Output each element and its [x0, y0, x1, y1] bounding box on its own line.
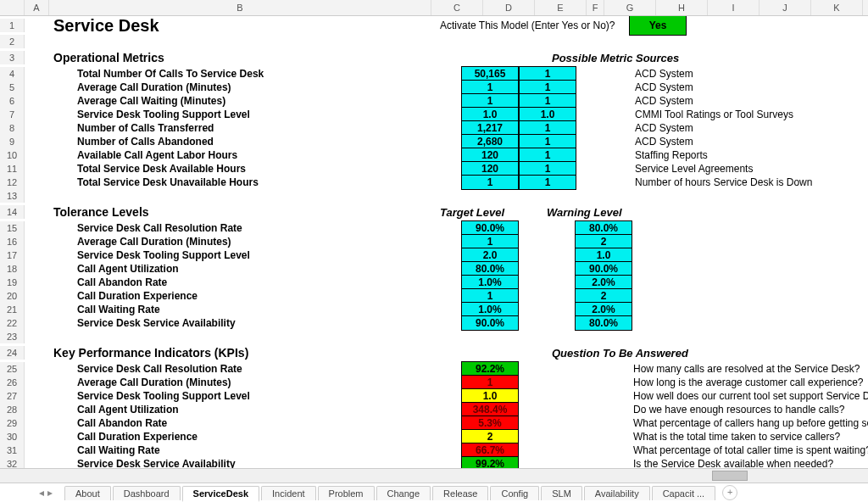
cell[interactable] [25, 135, 53, 148]
cell[interactable] [519, 303, 575, 316]
row-number[interactable]: 8 [0, 121, 25, 135]
cell[interactable] [493, 48, 549, 67]
row-number[interactable]: 11 [0, 162, 25, 176]
row-number[interactable]: 13 [0, 189, 25, 203]
sheet-tab-capacit-[interactable]: Capacit ... [652, 486, 716, 500]
horizontal-scrollbar[interactable] [0, 468, 868, 482]
cell[interactable] [25, 235, 53, 248]
cell[interactable] [519, 389, 575, 403]
cell[interactable] [519, 403, 575, 416]
cell[interactable] [25, 162, 53, 176]
cell[interactable] [576, 148, 632, 162]
cell[interactable] [519, 262, 575, 276]
cell[interactable] [519, 443, 575, 457]
cell[interactable] [632, 248, 868, 262]
cell[interactable] [25, 189, 53, 203]
cell[interactable] [25, 148, 53, 162]
row-number[interactable]: 18 [0, 262, 25, 276]
cell[interactable] [632, 221, 868, 235]
row-number[interactable]: 24 [0, 346, 25, 360]
cell[interactable] [632, 316, 868, 330]
cell[interactable] [576, 67, 632, 81]
col-header-rownum[interactable] [0, 0, 25, 15]
row-number[interactable]: 15 [0, 221, 25, 235]
cell[interactable] [437, 343, 493, 362]
row-number[interactable]: 30 [0, 430, 25, 443]
cell[interactable] [25, 457, 53, 468]
cell[interactable] [25, 94, 53, 108]
cell[interactable] [519, 221, 575, 235]
row-number[interactable]: 31 [0, 443, 25, 457]
metric-value-c[interactable]: 1 [461, 175, 519, 190]
sheet-tab-problem[interactable]: Problem [318, 486, 375, 500]
row-number[interactable]: 14 [0, 205, 25, 219]
row-number[interactable]: 17 [0, 248, 25, 262]
cell[interactable] [519, 289, 575, 303]
cell[interactable] [519, 376, 575, 389]
cell[interactable] [519, 316, 575, 330]
row-number[interactable]: 2 [0, 35, 25, 48]
cell[interactable] [25, 403, 53, 416]
row-number[interactable]: 5 [0, 81, 25, 94]
col-header-A[interactable]: A [25, 0, 49, 15]
cell[interactable] [25, 316, 53, 330]
cell[interactable] [25, 416, 53, 430]
cell[interactable] [519, 248, 575, 262]
cell[interactable] [519, 457, 575, 468]
cell[interactable] [575, 403, 631, 416]
activate-value-cell[interactable]: Yes [629, 16, 687, 36]
cell[interactable] [25, 48, 53, 67]
cell[interactable] [25, 430, 53, 443]
col-header-D[interactable]: D [483, 0, 535, 15]
col-header-F[interactable]: F [587, 0, 604, 15]
cell[interactable] [576, 162, 632, 176]
row-number[interactable]: 23 [0, 330, 25, 343]
cell[interactable] [576, 108, 632, 121]
cell[interactable] [25, 248, 53, 262]
tab-nav-next-icon[interactable]: ▸ [47, 487, 53, 499]
cell[interactable] [576, 94, 632, 108]
row-number[interactable]: 4 [0, 67, 25, 81]
sheet-tab-about[interactable]: About [64, 486, 111, 500]
sheet-tab-dashboard[interactable]: Dashboard [113, 486, 181, 500]
col-header-K[interactable]: K [811, 0, 863, 15]
cell[interactable] [519, 416, 575, 430]
col-header-E[interactable]: E [535, 0, 587, 15]
row-number[interactable]: 28 [0, 403, 25, 416]
cell[interactable] [493, 343, 549, 362]
cell[interactable] [25, 176, 53, 189]
row-number[interactable]: 9 [0, 135, 25, 148]
cell[interactable] [519, 430, 575, 443]
cell[interactable] [576, 81, 632, 94]
row-number[interactable]: 32 [0, 457, 25, 468]
row-number[interactable]: 1 [0, 19, 25, 32]
col-header-I[interactable]: I [708, 0, 760, 15]
cell[interactable] [25, 289, 53, 303]
cell[interactable] [632, 303, 868, 316]
kpi-value[interactable]: 99.2% [461, 456, 519, 468]
row-number[interactable]: 21 [0, 303, 25, 316]
cell[interactable] [25, 203, 53, 221]
col-header-C[interactable]: C [431, 0, 483, 15]
cell[interactable] [519, 362, 575, 376]
cell[interactable] [576, 176, 632, 189]
cell[interactable] [25, 343, 53, 362]
cell[interactable] [25, 121, 53, 135]
cell[interactable] [25, 376, 53, 389]
add-sheet-icon[interactable]: + [722, 485, 737, 500]
cell[interactable] [25, 443, 53, 457]
cell[interactable] [25, 67, 53, 81]
cell[interactable] [575, 430, 631, 443]
sheet-tab-release[interactable]: Release [432, 486, 488, 500]
col-header-J[interactable]: J [760, 0, 811, 15]
cell[interactable] [632, 262, 868, 276]
cell[interactable] [519, 276, 575, 289]
row-number[interactable]: 26 [0, 376, 25, 389]
cell[interactable] [437, 48, 493, 67]
row-number[interactable]: 19 [0, 276, 25, 289]
col-header-G[interactable]: G [604, 0, 656, 15]
cell[interactable] [575, 443, 631, 457]
sheet-tab-config[interactable]: Config [490, 486, 539, 500]
row-number[interactable]: 6 [0, 94, 25, 108]
cell[interactable] [575, 416, 631, 430]
